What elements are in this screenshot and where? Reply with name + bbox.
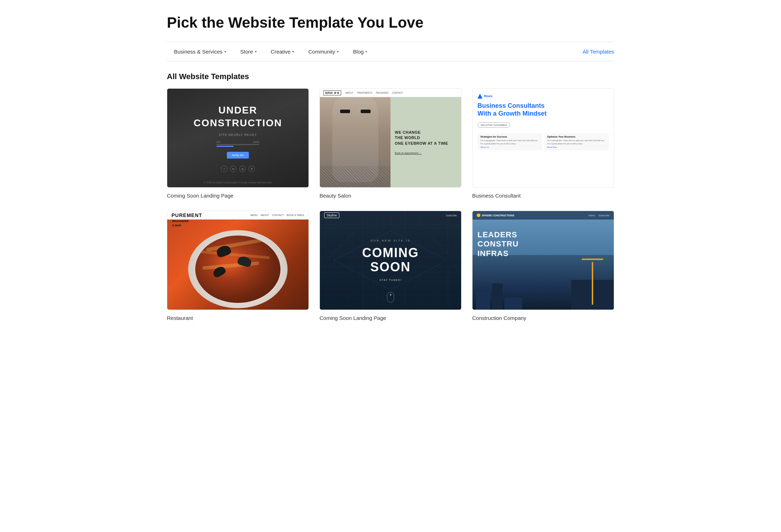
template-name-1: Coming Soon Landing Page <box>167 191 309 200</box>
nav-bar: Business & Services ▾ Store ▾ Creative ▾… <box>167 42 614 61</box>
template-card[interactable]: PUREMENT MENU ABOUT CONTACT BOOK A TABLE… <box>167 211 309 322</box>
template-name-5: Coming Soon Landing Page <box>320 314 462 322</box>
beauty-eye-right <box>361 110 371 113</box>
chevron-down-icon: ▾ <box>255 50 257 54</box>
rest-tagline1: BRASSERIE <box>172 220 189 223</box>
con-building1 <box>476 290 490 310</box>
template-name-4: Restaurant <box>167 314 309 322</box>
bc-card1-link: About Us <box>480 146 539 148</box>
rest-pasta-noodle2 <box>199 250 270 259</box>
template-thumbnail-3[interactable]: Rises Business Consultants With a Growth… <box>472 88 614 188</box>
con-headline: LEADERS CONSTRU INFRAS <box>477 230 519 258</box>
beauty-nav-contact: CONTACT <box>392 92 403 94</box>
rest-logo: PUREMENT <box>171 212 202 218</box>
rest-subnav: MENU ABOUT CONTACT BOOK A TABLE <box>250 214 304 216</box>
bc-card-2: Optimize Your Business I'm a paragraph. … <box>544 133 609 150</box>
chevron-down-icon: ▾ <box>292 50 294 54</box>
rest-food-image <box>167 220 308 310</box>
template-name-3: Business Consultant <box>472 191 614 200</box>
template-thumbnail-1[interactable]: UNDER CONSTRUCTION SITE NEARLY READY 0%1… <box>167 88 309 188</box>
chevron-down-icon: ▾ <box>337 50 339 54</box>
con-crane-mast <box>592 262 593 305</box>
con-nav-home: Home <box>588 214 595 217</box>
cs-content: OUR NEW SITE IS COMING SOON STAY TUNED! <box>362 239 419 281</box>
page-title: Pick the Website Template You Love <box>167 14 614 31</box>
beauty-nav-about: ABOUT <box>345 92 353 94</box>
rest-nav-book: BOOK A TABLE <box>286 214 304 216</box>
rest-nav-about: ABOUT <box>261 214 269 216</box>
template-thumbnail-5[interactable]: Skyline Subscribe OUR NEW SITE IS COMING… <box>320 211 462 310</box>
bc-headline: Business Consultants With a Growth Minds… <box>477 102 609 117</box>
rest-sidebar: BRASSERIE & BAR <box>172 220 189 227</box>
beauty-book-btn: Book an Appointment → <box>395 152 422 155</box>
con-logo-dot <box>477 214 480 217</box>
rest-pasta <box>195 235 280 303</box>
nav-label-blog: Blog <box>353 49 364 55</box>
beauty-nav-packages: PACKAGES <box>376 92 388 94</box>
nav-label-community: Community <box>308 49 335 55</box>
beauty-face <box>320 97 390 187</box>
beauty-tagline: WE CHANGE THE WORLD ONE EYEBROW AT A TIM… <box>395 130 457 146</box>
bc-logo: Rises <box>477 94 609 99</box>
cs-scroll-indicator <box>387 292 394 303</box>
uc-bar-fill <box>217 146 234 147</box>
beauty-stripe <box>320 166 390 187</box>
nav-item-creative[interactable]: Creative ▾ <box>264 42 301 61</box>
uc-headline: UNDER CONSTRUCTION <box>193 104 282 130</box>
uc-social-icons: f in ◎ ✕ <box>221 166 255 172</box>
twitter-icon: ✕ <box>248 166 255 172</box>
bc-card2-link: Book Now <box>547 146 606 148</box>
cs-main-text: COMING SOON <box>362 246 419 274</box>
nav-label-business: Business & Services <box>174 49 223 55</box>
con-logo-wrap: SPHERE CONSTRUCTIONS <box>477 214 514 217</box>
nav-label-creative: Creative <box>271 49 291 55</box>
template-card[interactable]: SPHERE CONSTRUCTIONS Home Subscribe <box>472 211 614 322</box>
chevron-down-icon: ▾ <box>365 50 367 54</box>
rest-nav-contact: CONTACT <box>272 214 284 216</box>
con-building2 <box>492 283 503 310</box>
bc-cta: Get a Free Consultation <box>477 122 510 128</box>
con-building3 <box>504 298 522 310</box>
con-nav-items: Home Subscribe <box>588 214 610 217</box>
beauty-left <box>320 97 390 187</box>
beauty-nav: BRW ★★ ABOUT TREATMENTS PACKAGES CONTACT <box>320 89 461 97</box>
bc-logo-text: Rises <box>484 94 492 98</box>
template-name-2: Beauty Salon <box>320 191 462 200</box>
template-card[interactable]: UNDER CONSTRUCTION SITE NEARLY READY 0%1… <box>167 88 309 200</box>
con-crane <box>582 255 603 305</box>
bc-card2-title: Optimize Your Business <box>547 135 606 138</box>
template-thumbnail-2[interactable]: BRW ★★ ABOUT TREATMENTS PACKAGES CONTACT <box>320 88 462 188</box>
con-bg: LEADERS CONSTRU INFRAS <box>473 220 614 310</box>
uc-button: Notify Me <box>227 152 249 159</box>
uc-progress-bar: 0%100% <box>217 141 259 147</box>
templates-grid: UNDER CONSTRUCTION SITE NEARLY READY 0%1… <box>167 88 614 344</box>
template-card[interactable]: BRW ★★ ABOUT TREATMENTS PACKAGES CONTACT <box>320 88 462 200</box>
bc-card1-text: I'm a paragraph. Click here to add your … <box>480 139 539 145</box>
beauty-nav-treatments: TREATMENTS <box>357 92 372 94</box>
nav-items: Business & Services ▾ Store ▾ Creative ▾… <box>167 42 374 61</box>
cs-sub-text: OUR NEW SITE IS <box>362 239 419 242</box>
con-crane-arm <box>582 259 603 260</box>
uc-sub: SITE NEARLY READY <box>219 133 257 137</box>
nav-item-community[interactable]: Community ▾ <box>301 42 346 61</box>
nav-item-business[interactable]: Business & Services ▾ <box>167 42 233 61</box>
beauty-eye-left <box>340 110 350 113</box>
bc-cards: Strategies for Success I'm a paragraph. … <box>477 133 609 150</box>
template-card[interactable]: Rises Business Consultants With a Growth… <box>472 88 614 200</box>
rest-nav-menu: MENU <box>250 214 258 216</box>
linkedin-icon: in <box>230 166 236 172</box>
template-name-6: Construction Company <box>472 314 614 322</box>
bc-card2-text: I'm a paragraph. Click here to add your … <box>547 139 606 145</box>
nav-all-templates[interactable]: All Templates <box>583 42 614 61</box>
template-card[interactable]: Skyline Subscribe OUR NEW SITE IS COMING… <box>320 211 462 322</box>
template-thumbnail-4[interactable]: PUREMENT MENU ABOUT CONTACT BOOK A TABLE… <box>167 211 309 310</box>
template-thumbnail-6[interactable]: SPHERE CONSTRUCTIONS Home Subscribe <box>472 211 614 310</box>
rest-nav: PUREMENT MENU ABOUT CONTACT BOOK A TABLE <box>167 211 308 220</box>
beauty-right: WE CHANGE THE WORLD ONE EYEBROW AT A TIM… <box>390 97 461 187</box>
uc-footer: © 2022 by Under Construction. Proudly cr… <box>204 181 272 184</box>
nav-label-store: Store <box>240 49 253 55</box>
nav-item-blog[interactable]: Blog ▾ <box>346 42 374 61</box>
nav-item-store[interactable]: Store ▾ <box>233 42 264 61</box>
bc-card-1: Strategies for Success I'm a paragraph. … <box>477 133 542 150</box>
beauty-logo: BRW ★★ <box>323 90 341 95</box>
